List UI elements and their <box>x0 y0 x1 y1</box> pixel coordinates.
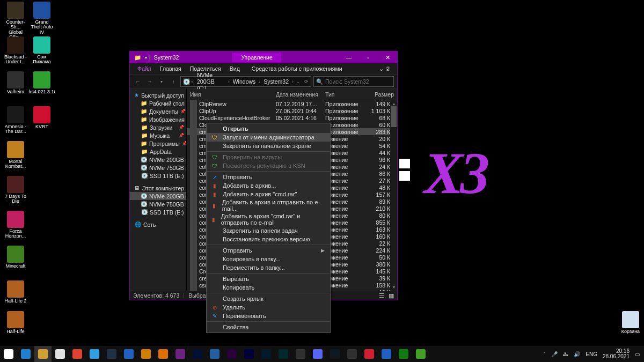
taskbar-app-aimp[interactable] <box>137 346 155 362</box>
file-row[interactable]: CloudExperienceHostBroker05.02.2021 4:16… <box>187 114 397 121</box>
desktop-shortcut[interactable]: Blacksad - Under t... <box>3 36 28 65</box>
taskbar-app-chrome[interactable] <box>69 346 86 362</box>
desktop-shortcut[interactable]: Корзина <box>618 311 643 334</box>
scroll-thumb[interactable] <box>391 106 397 127</box>
nav-quick-access[interactable]: ★Быстрый доступ <box>130 91 186 99</box>
taskbar-app-notepad[interactable] <box>52 346 69 362</box>
nav-this-pc[interactable]: 🖥Этот компьютер <box>130 184 186 192</box>
column-headers[interactable]: Имя Дата изменения Тип Размер <box>187 89 397 100</box>
taskbar-app-explorer[interactable] <box>34 346 52 362</box>
taskbar-app-opera[interactable] <box>361 346 378 362</box>
desktop-shortcut[interactable]: Minecraft <box>3 246 28 269</box>
nav-item[interactable]: 💽NVMe 200GB (C:) <box>130 156 186 164</box>
taskbar-app-photoshop[interactable] <box>189 346 206 362</box>
maximize-button[interactable]: ▫ <box>358 51 378 63</box>
nav-item[interactable]: 📁Рабочий стол📌 <box>130 99 186 107</box>
titlebar[interactable]: 📁 ▾ | System32 Управление — ▫ ✕ <box>130 51 397 63</box>
desktop-shortcut[interactable]: 7 Days To Die <box>3 176 28 204</box>
nav-item[interactable]: 💽SSD 1TB (E:) <box>130 208 186 216</box>
dropdown-icon[interactable]: ⌄ <box>296 79 300 84</box>
taskbar-app-task-view[interactable] <box>17 346 34 362</box>
forward-button[interactable]: → <box>145 77 155 86</box>
breadcrumb[interactable]: 💽 « NVMe 200GB (C:) › Windows › System32… <box>180 76 311 87</box>
taskbar-app-utorrent[interactable] <box>412 346 429 362</box>
navigation-pane[interactable]: ★Быстрый доступ 📁Рабочий стол📌📁Документы… <box>130 89 187 291</box>
tab-view[interactable]: Вид <box>225 64 244 73</box>
taskbar-app-aftereffects[interactable] <box>240 346 258 362</box>
crumb-seg[interactable]: System32 <box>261 78 291 85</box>
col-name[interactable]: Имя <box>187 90 273 99</box>
clock[interactable]: 20:16 28.06.2021 <box>603 349 630 360</box>
menu-item[interactable]: ⊘Удалить <box>207 303 330 312</box>
col-date[interactable]: Дата изменения <box>273 90 322 99</box>
taskbar-app-djvu[interactable] <box>172 346 189 362</box>
taskbar-app-mpc[interactable] <box>206 346 223 362</box>
taskbar-app-steam2[interactable] <box>326 346 343 362</box>
nav-item[interactable]: 💽NVMe 750GB (D:) <box>130 164 186 172</box>
taskbar-app-steam[interactable] <box>103 346 120 362</box>
menu-item[interactable]: ▮Добавить в архив... <box>207 181 330 190</box>
nav-item[interactable]: 📁Программы📌 <box>130 139 186 147</box>
taskbar-app-lightroom[interactable] <box>258 346 275 362</box>
nav-network[interactable]: 🌐Сеть <box>130 220 186 228</box>
menu-item[interactable]: Копировать в папку... <box>207 255 330 263</box>
taskbar-app-xbox[interactable] <box>395 346 412 362</box>
menu-item[interactable]: 🛡Запуск от имени администратора <box>207 133 330 142</box>
search-input[interactable] <box>325 78 396 85</box>
menu-item[interactable]: ▮Добавить в архив "cmd.rar" и отправить … <box>207 212 330 226</box>
taskbar-app-audition[interactable] <box>275 346 292 362</box>
tab-home[interactable]: Главная <box>156 64 186 73</box>
taskbar-app-vlc[interactable] <box>155 346 172 362</box>
menu-item[interactable]: Свойства <box>207 323 330 331</box>
nav-item[interactable]: 📁AppData <box>130 147 186 156</box>
nav-item[interactable]: 📁Документы📌 <box>130 107 186 115</box>
microphone-icon[interactable]: 🎤 <box>551 351 558 357</box>
menu-item[interactable]: ▮Добавить в архив и отправить по e-mail.… <box>207 198 330 212</box>
desktop-shortcut[interactable]: Counter-Str... Global Offe... <box>3 2 28 40</box>
desktop-shortcut[interactable]: Сэм Пижама <box>30 36 54 65</box>
nav-item[interactable]: 📁Музыка📌 <box>130 131 186 139</box>
minimize-button[interactable]: — <box>339 51 358 63</box>
nav-item[interactable]: 📁Изображения📌 <box>130 115 186 123</box>
recent-dropdown-icon[interactable]: ▾ <box>157 77 166 86</box>
col-type[interactable]: Тип <box>322 90 366 99</box>
volume-icon[interactable]: 🔊 <box>574 351 580 357</box>
taskbar-app-word[interactable] <box>120 346 137 362</box>
file-row[interactable]: ClipUp27.06.2021 0:44Приложение1 103 КБ <box>187 107 397 114</box>
desktop-shortcut[interactable]: Half-Life 2 <box>3 280 28 304</box>
crumb-seg[interactable]: NVMe 200GB (C:) <box>195 72 227 91</box>
taskbar-app-premiere[interactable] <box>223 346 240 362</box>
nav-item[interactable]: 💽SSD 1TB (E:) <box>130 172 186 180</box>
system-tray[interactable]: ˄ 🎤 🖧 🔊 ENG 20:16 28.06.2021 ▭ <box>543 349 644 360</box>
up-button[interactable]: ↑ <box>169 77 178 86</box>
close-button[interactable]: ✕ <box>378 51 397 63</box>
taskbar-app-obs2[interactable] <box>343 346 361 362</box>
menu-item[interactable]: ✎Переименовать <box>207 312 330 320</box>
dropdown-icon[interactable]: ▾ <box>145 55 147 60</box>
desktop-shortcut[interactable]: Forza Horizon... <box>3 211 28 239</box>
tiles-view-icon[interactable]: ▦ <box>389 292 394 299</box>
menu-item[interactable]: Вырезать <box>207 275 330 283</box>
menu-item[interactable]: Отправить▶ <box>207 246 330 255</box>
scrollbar[interactable]: ▴ ▾ <box>390 100 397 291</box>
taskbar-app-start[interactable] <box>0 346 17 362</box>
tab-app-tools[interactable]: Средства работы с приложениями <box>247 64 347 73</box>
network-icon[interactable]: 🖧 <box>563 351 568 357</box>
taskbar-app-discord[interactable] <box>309 346 326 362</box>
menu-item[interactable]: ↗Отправить <box>207 173 330 181</box>
crumb-seg[interactable]: Windows <box>231 78 258 85</box>
desktop-shortcut[interactable]: KVRT <box>30 106 54 129</box>
search-box[interactable]: 🔍 <box>313 76 394 87</box>
context-menu[interactable]: Открыть🛡Запуск от имени администратораЗа… <box>206 123 331 333</box>
file-row[interactable]: ClipRenew07.12.2019 17:39Приложение149 К… <box>187 100 397 107</box>
menu-item[interactable]: Переместить в папку... <box>207 263 330 272</box>
desktop-shortcut[interactable]: Grand Theft Auto IV <box>30 2 54 35</box>
menu-item[interactable]: Восстановить прежнюю версию <box>207 235 330 243</box>
back-button[interactable]: ← <box>133 77 143 86</box>
menu-item[interactable]: Открыть <box>207 124 330 133</box>
desktop-shortcut[interactable]: Mortal Kombat... <box>3 141 28 169</box>
ribbon-collapse-icon[interactable]: ⌄ ② <box>376 64 394 73</box>
taskbar[interactable]: ˄ 🎤 🖧 🔊 ENG 20:16 28.06.2021 ▭ <box>0 346 644 362</box>
menu-item[interactable]: ▮Добавить в архив "cmd.rar" <box>207 190 330 198</box>
menu-item[interactable]: Копировать <box>207 283 330 292</box>
